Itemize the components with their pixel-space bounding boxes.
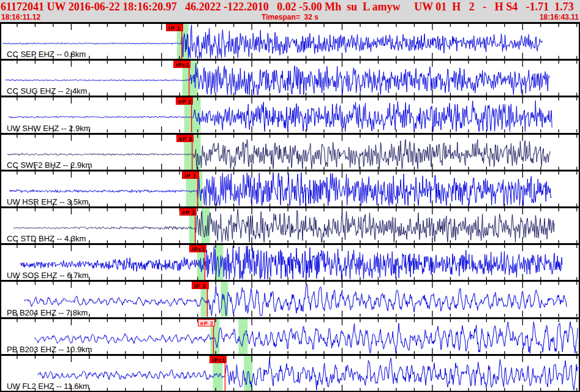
window-start-time: 18:16:11.12	[1, 13, 40, 21]
seismogram-trace	[24, 285, 567, 317]
waveform-plot[interactable]	[1, 208, 579, 243]
waveform-plot[interactable]	[1, 24, 579, 59]
pick-label[interactable]: eP 2	[179, 208, 197, 216]
seismogram-trace	[35, 322, 578, 353]
event-summary-line: 61172041 UW 2016-06-22 18:16:20.97 46.20…	[1, 0, 580, 13]
timespan-label: Timespan= 32 s	[262, 13, 318, 21]
pick-label[interactable]: iPc1	[173, 61, 190, 68]
trace-panel[interactable]: iP 1PB B204 EHZ -- 7.8km	[1, 280, 579, 317]
pick-label[interactable]: iP 1	[182, 172, 199, 179]
pick-label[interactable]: eP 2	[198, 319, 215, 326]
trace-panels: iP 1CC SEP EHZ -- 0.8kmiPc1CC SUG EHZ --…	[0, 22, 580, 392]
seismogram-trace	[38, 358, 578, 390]
station-label: CC SWF2 BHZ -- 2.9km	[7, 160, 92, 170]
pick-label[interactable]: eP 2	[176, 135, 194, 142]
trace-panel[interactable]: eP 2CC STD BHZ -- 4.3km	[1, 206, 579, 243]
window-end-time: 18:16:43.11	[540, 13, 579, 21]
station-label: CC SUG EHZ -- 2.4km	[7, 86, 87, 96]
pick-label[interactable]: iP 1	[192, 282, 209, 289]
seismogram-trace	[13, 209, 554, 243]
station-label: CC STD BHZ -- 4.3km	[7, 234, 86, 243]
trace-panel[interactable]: eP 2CC SWF2 BHZ -- 2.9km	[1, 133, 579, 170]
trace-panel[interactable]: eP 2UW SHW EHZ -- 2.9km	[1, 96, 579, 132]
station-label: UW SHW EHZ -- 2.9km	[7, 124, 91, 133]
pick-label[interactable]: iPc1	[189, 245, 206, 252]
event-header: 61172041 UW 2016-06-22 18:16:20.97 46.20…	[0, 0, 580, 22]
trace-panel[interactable]: eP 2PB B203 EHZ -- 10.9km	[1, 317, 579, 354]
station-label: UW SOS EHZ -- 6.7km	[7, 271, 89, 280]
seismogram-trace	[21, 246, 562, 279]
trace-panel[interactable]: iPc1UW FL2 EHZ -- 11.6km	[1, 354, 579, 391]
trace-panel[interactable]: iPc1CC SUG EHZ -- 2.4km	[1, 59, 579, 96]
time-bar: 18:16:11.12 Timespan= 32 s 18:16:43.11	[0, 13, 580, 22]
waveform-plot[interactable]	[1, 282, 579, 317]
trace-panel[interactable]: iPc1UW SOS EHZ -- 6.7km	[1, 243, 579, 280]
station-label: UW FL2 EHZ -- 11.6km	[7, 382, 89, 391]
station-label: PB B203 EHZ -- 10.9km	[7, 345, 92, 354]
pick-label[interactable]: iP 1	[166, 24, 183, 31]
waveform-plot[interactable]	[1, 61, 579, 96]
station-label: CC SEP EHZ -- 0.8km	[7, 50, 86, 59]
pick-label[interactable]: iPc1	[209, 356, 227, 363]
trace-panel[interactable]: iP 1UW HSR EHZ -- 3.5km	[1, 170, 579, 206]
seismogram-trace	[9, 172, 551, 205]
pick-label[interactable]: eP 2	[176, 97, 193, 105]
station-label: PB B204 EHZ -- 7.8km	[7, 308, 88, 317]
station-label: UW HSR EHZ -- 3.5km	[7, 197, 89, 206]
pick-window-band	[238, 319, 247, 354]
trace-panel[interactable]: iP 1CC SEP EHZ -- 0.8km	[1, 22, 579, 59]
